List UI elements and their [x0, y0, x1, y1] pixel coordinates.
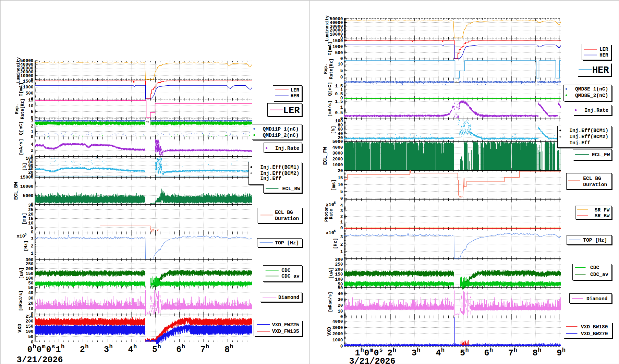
svg-text:15: 15 — [338, 175, 343, 181]
svg-text:CDC: CDC — [281, 268, 291, 273]
svg-text:0: 0 — [31, 230, 34, 235]
svg-text:h: h — [157, 343, 161, 350]
svg-text:3: 3 — [340, 234, 343, 240]
svg-text:6: 6 — [25, 233, 27, 236]
svg-text:Q[nC]: Q[nC] — [19, 121, 24, 135]
svg-text:Diamond: Diamond — [586, 296, 607, 302]
svg-text:3000: 3000 — [332, 325, 343, 330]
svg-text:500: 500 — [25, 91, 33, 96]
svg-text:0: 0 — [340, 196, 343, 201]
svg-text:ECL_BW: ECL_BW — [282, 186, 301, 192]
svg-text:Diamond: Diamond — [278, 295, 299, 300]
svg-text:1: 1 — [31, 129, 34, 134]
svg-text:2: 2 — [340, 214, 343, 219]
svg-text:LER: LER — [291, 87, 300, 93]
svg-text:0: 0 — [340, 56, 343, 61]
svg-text:2: 2 — [340, 242, 343, 247]
svg-text:7: 7 — [201, 345, 206, 355]
svg-text:h: h — [109, 343, 113, 350]
svg-text:Duration: Duration — [275, 216, 299, 221]
svg-text:VXD_FW225: VXD_FW225 — [272, 322, 299, 328]
svg-text:VXD_BW180: VXD_BW180 — [581, 324, 608, 330]
svg-text:h: h — [85, 343, 88, 350]
svg-text:7: 7 — [508, 348, 513, 358]
svg-text:ECL_FW: ECL_FW — [323, 147, 328, 165]
svg-text:QMD8E_2(nC): QMD8E_2(nC) — [575, 93, 608, 98]
svg-text:3/21/2026: 3/21/2026 — [349, 356, 396, 364]
svg-text:15: 15 — [28, 98, 34, 103]
svg-text:5: 5 — [340, 189, 343, 194]
svg-text:[mRad/s]: [mRad/s] — [328, 292, 333, 312]
svg-text:Inj.Eff: Inj.Eff — [260, 176, 281, 181]
svg-text:1: 1 — [340, 249, 343, 254]
svg-text:2: 2 — [31, 124, 34, 129]
svg-text:h: h — [61, 343, 64, 350]
svg-text:Luminosity: Luminosity — [325, 15, 330, 41]
svg-text:1500: 1500 — [332, 38, 343, 44]
svg-text:2: 2 — [31, 244, 34, 249]
svg-text:[mA/s]: [mA/s] — [327, 100, 332, 117]
svg-text:3/21/2026: 3/21/2026 — [17, 355, 63, 364]
svg-text:3: 3 — [412, 348, 417, 358]
svg-text:0: 0 — [340, 344, 343, 349]
svg-text:h: h — [441, 347, 445, 353]
svg-text:Inj.Eff(BCM1): Inj.Eff(BCM1) — [260, 165, 300, 170]
svg-text:10: 10 — [338, 309, 343, 314]
svg-text:2: 2 — [31, 148, 34, 153]
svg-text:Inj.Rate: Inj.Rate — [584, 108, 608, 113]
svg-text:1: 1 — [56, 345, 61, 355]
svg-text:x10: x10 — [326, 202, 334, 207]
svg-text:20: 20 — [338, 168, 343, 173]
svg-text:[%]: [%] — [331, 126, 336, 134]
svg-text:2000: 2000 — [332, 157, 343, 162]
svg-text:h: h — [230, 343, 233, 350]
svg-text:LER: LER — [599, 47, 608, 52]
svg-text:TOP [Hz]: TOP [Hz] — [583, 238, 607, 243]
svg-text:ECL BG: ECL BG — [583, 176, 601, 181]
svg-text:Rate[Hz]: Rate[Hz] — [329, 58, 334, 79]
svg-text:1500: 1500 — [23, 79, 34, 84]
svg-text:QMD11P_1(nC): QMD11P_1(nC) — [263, 126, 299, 132]
svg-text:HER: HER — [599, 52, 608, 58]
svg-text:Luminosity: Luminosity — [16, 57, 21, 83]
svg-text:[uA]: [uA] — [19, 267, 24, 279]
svg-text:10: 10 — [28, 104, 33, 109]
svg-text:ECL_BW: ECL_BW — [13, 182, 19, 200]
svg-text:5: 5 — [340, 68, 343, 73]
svg-text:3: 3 — [31, 119, 34, 124]
svg-text:h: h — [206, 343, 209, 350]
svg-text:VXD: VXD — [327, 327, 332, 336]
svg-text:100: 100 — [25, 276, 33, 281]
svg-text:6: 6 — [334, 229, 336, 233]
svg-text:[ms]: [ms] — [22, 213, 27, 225]
svg-text:4: 4 — [340, 203, 343, 208]
svg-text:h: h — [514, 347, 517, 353]
svg-text:m: m — [42, 343, 46, 350]
svg-text:8: 8 — [533, 348, 538, 358]
svg-text:[mA/s]: [mA/s] — [19, 139, 24, 156]
svg-text:h: h — [133, 343, 137, 350]
svg-text:200: 200 — [25, 266, 33, 271]
svg-text:5: 5 — [31, 109, 34, 114]
svg-text:5000: 5000 — [23, 193, 34, 198]
svg-text:CDC: CDC — [590, 265, 599, 270]
svg-text:LER: LER — [283, 106, 300, 116]
svg-text:100: 100 — [25, 329, 33, 334]
svg-text:4: 4 — [31, 142, 34, 147]
svg-text:0: 0 — [31, 134, 34, 139]
svg-text:CDC_av: CDC_av — [281, 274, 300, 279]
svg-text:VXD: VXD — [17, 324, 23, 332]
svg-text:1: 1 — [340, 220, 343, 225]
svg-text:1.5: 1.5 — [335, 99, 343, 104]
svg-text:2: 2 — [80, 345, 85, 355]
svg-text:I[mA]: I[mA] — [19, 83, 24, 97]
svg-text:150: 150 — [25, 324, 33, 329]
svg-text:Rep.: Rep. — [324, 63, 328, 74]
svg-text:h: h — [33, 343, 36, 350]
svg-text:40: 40 — [338, 291, 343, 296]
svg-text:VXD_BW270: VXD_BW270 — [581, 331, 608, 337]
svg-text:x10: x10 — [17, 234, 25, 239]
svg-text:0: 0 — [340, 226, 343, 231]
svg-text:3: 3 — [340, 208, 343, 214]
svg-text:Inj.Eff(BCM2): Inj.Eff(BCM2) — [260, 171, 300, 176]
